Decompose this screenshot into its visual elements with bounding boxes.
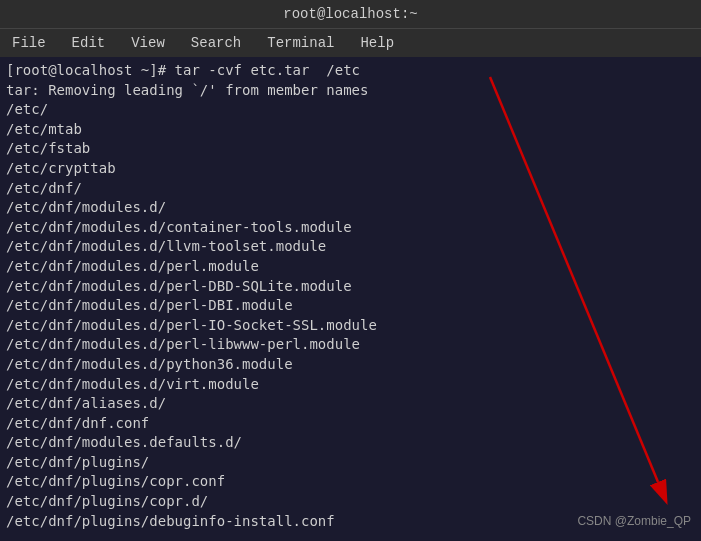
watermark: CSDN @Zombie_QP	[577, 514, 691, 528]
menu-bar: File Edit View Search Terminal Help	[0, 28, 701, 57]
menu-view[interactable]: View	[127, 33, 169, 53]
terminal-output: [root@localhost ~]# tar -cvf etc.tar /et…	[6, 61, 695, 531]
menu-search[interactable]: Search	[187, 33, 245, 53]
menu-edit[interactable]: Edit	[68, 33, 110, 53]
menu-file[interactable]: File	[8, 33, 50, 53]
menu-terminal[interactable]: Terminal	[263, 33, 338, 53]
title-bar: root@localhost:~	[0, 0, 701, 28]
menu-help[interactable]: Help	[356, 33, 398, 53]
terminal-body: [root@localhost ~]# tar -cvf etc.tar /et…	[0, 57, 701, 538]
title-text: root@localhost:~	[283, 6, 417, 22]
